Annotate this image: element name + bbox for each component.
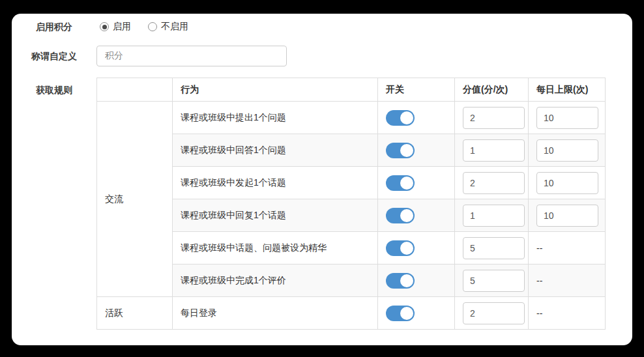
switch-cell [378, 297, 455, 330]
score-input[interactable] [463, 237, 525, 259]
daily-limit-input[interactable] [536, 172, 598, 194]
daily-limit-cell: -- [529, 264, 606, 297]
switch-cell [378, 264, 455, 297]
score-cell [455, 102, 529, 134]
toggle-knob [400, 111, 413, 124]
title-custom-input[interactable] [96, 46, 287, 66]
daily-limit-input[interactable] [536, 205, 598, 227]
header-daily-limit: 每日上限(次) [529, 78, 606, 102]
daily-limit-cell [529, 167, 606, 199]
radio-enable-label: 启用 [113, 21, 131, 33]
toggle-knob [400, 274, 413, 287]
header-group [97, 78, 173, 102]
table-row: 课程或班级中话题、问题被设为精华 -- [97, 232, 606, 264]
score-cell [455, 232, 529, 264]
daily-limit-input[interactable] [536, 107, 598, 129]
daily-limit-cell [529, 199, 606, 232]
toggle-switch[interactable] [386, 306, 415, 321]
behavior-cell: 课程或班级中完成1个评价 [173, 264, 378, 297]
toggle-knob [400, 144, 413, 157]
table-row: 课程或班级中回答1个问题 [97, 134, 606, 167]
toggle-switch[interactable] [386, 240, 415, 256]
score-cell [455, 297, 529, 330]
score-input[interactable] [463, 270, 525, 292]
score-input[interactable] [463, 107, 525, 129]
radio-option-disable[interactable]: 不启用 [148, 21, 188, 33]
title-custom-label: 称谓自定义 [12, 50, 96, 63]
radio-disable-icon[interactable] [148, 22, 157, 31]
switch-cell [378, 199, 455, 232]
toggle-knob [400, 307, 413, 320]
daily-limit-text: -- [536, 308, 542, 319]
switch-cell [378, 134, 455, 167]
toggle-knob [400, 177, 413, 190]
settings-panel: 启用积分 启用 不启用 称谓自定义 获取规则 [12, 14, 632, 345]
rules-row: 获取规则 行为 开关 分值(分/次) 每日上限(次) [12, 78, 632, 330]
toggle-switch[interactable] [386, 208, 415, 223]
header-behavior: 行为 [173, 78, 378, 102]
points-settings-page: { "colors": { "toggle_on": "#4a90cf", "r… [0, 0, 644, 357]
switch-cell [378, 102, 455, 134]
behavior-cell: 课程或班级中回复1个话题 [173, 199, 378, 232]
daily-limit-input[interactable] [536, 139, 598, 162]
switch-cell [378, 167, 455, 199]
rules-label: 获取规则 [12, 78, 96, 96]
daily-limit-text: -- [536, 276, 542, 286]
radio-disable-label: 不启用 [161, 21, 188, 33]
toggle-switch[interactable] [386, 175, 415, 191]
header-switch: 开关 [378, 78, 455, 102]
table-row: 课程或班级中回复1个话题 [97, 199, 606, 232]
score-input[interactable] [463, 139, 525, 162]
behavior-cell: 每日登录 [173, 297, 378, 330]
table-row: 交流 课程或班级中提出1个问题 [97, 102, 606, 134]
daily-limit-cell [529, 102, 606, 134]
table-header-row: 行为 开关 分值(分/次) 每日上限(次) [97, 78, 606, 102]
score-cell [455, 134, 529, 167]
table-row: 课程或班级中完成1个评价 -- [97, 264, 606, 297]
daily-limit-cell: -- [529, 297, 606, 330]
score-input[interactable] [463, 172, 525, 194]
behavior-cell: 课程或班级中回答1个问题 [173, 134, 378, 167]
daily-limit-text: -- [536, 243, 542, 253]
enable-points-label: 启用积分 [12, 20, 96, 33]
behavior-cell: 课程或班级中话题、问题被设为精华 [173, 232, 378, 264]
rules-table: 行为 开关 分值(分/次) 每日上限(次) 交流 课程或班级中提出1个问题 [96, 78, 606, 330]
radio-enable-icon[interactable] [100, 22, 109, 31]
table-row: 活跃 每日登录 -- [97, 297, 606, 330]
header-score: 分值(分/次) [455, 78, 529, 102]
toggle-knob [400, 209, 413, 222]
enable-points-row: 启用积分 启用 不启用 [12, 20, 632, 33]
radio-option-enable[interactable]: 启用 [100, 21, 131, 33]
score-cell [455, 199, 529, 232]
score-cell [455, 264, 529, 297]
group-cell-communication: 交流 [97, 102, 173, 297]
toggle-switch[interactable] [386, 143, 415, 158]
group-cell-active: 活跃 [97, 297, 173, 330]
score-cell [455, 167, 529, 199]
daily-limit-cell: -- [529, 232, 606, 264]
title-custom-row: 称谓自定义 [12, 46, 632, 66]
switch-cell [378, 232, 455, 264]
behavior-cell: 课程或班级中发起1个话题 [173, 167, 378, 199]
toggle-knob [400, 242, 413, 255]
score-input[interactable] [463, 205, 525, 227]
daily-limit-cell [529, 134, 606, 167]
toggle-switch[interactable] [386, 273, 415, 289]
enable-points-radio-group: 启用 不启用 [100, 21, 205, 33]
score-input[interactable] [463, 302, 525, 324]
toggle-switch[interactable] [386, 110, 415, 126]
table-row: 课程或班级中发起1个话题 [97, 167, 606, 199]
behavior-cell: 课程或班级中提出1个问题 [173, 102, 378, 134]
